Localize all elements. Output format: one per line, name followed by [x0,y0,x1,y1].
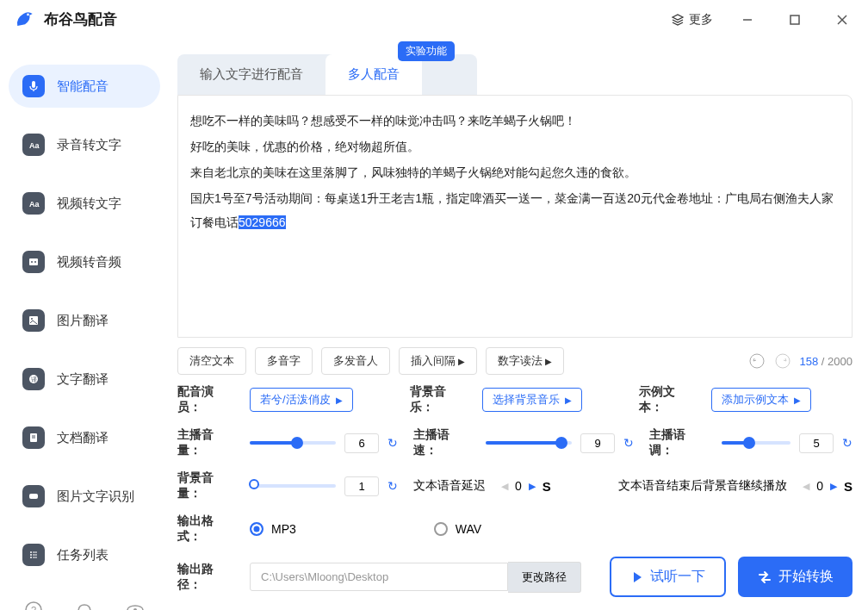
clear-text-button[interactable]: 清空文本 [177,347,246,375]
editor-toolbar: 清空文本 多音字 多发音人 插入间隔▶ 数字读法▶ 158 / 2000 [177,338,852,384]
radio-mp3[interactable]: MP3 [250,522,296,536]
multi-speaker-button[interactable]: 多发音人 [321,347,390,375]
sidebar-item-text-translate[interactable]: 译 文字翻译 [9,358,160,401]
char-counter: 158 / 2000 [800,355,852,368]
polyphone-button[interactable]: 多音字 [255,347,313,375]
host-volume-label: 主播音量： [177,427,234,458]
start-convert-button[interactable]: 开始转换 [738,557,852,597]
play-icon [630,570,644,584]
host-pitch-value[interactable]: 5 [799,433,834,453]
output-path-label: 输出路径： [177,562,234,593]
host-speed-value[interactable]: 9 [580,433,615,453]
tabs: 输入文字进行配音 多人配音 实验功能 [177,54,477,95]
svg-point-19 [30,551,32,553]
mic-icon [22,75,45,97]
radio-wav[interactable]: WAV [434,522,481,536]
bg-volume-slider[interactable] [250,484,336,488]
undo-icon[interactable] [748,352,766,370]
doc-icon [22,426,45,449]
redo-icon[interactable] [774,352,791,370]
reset-icon[interactable]: ↻ [842,436,852,450]
delay-value: 0 [515,479,522,493]
output-format-label: 输出格式： [177,514,234,545]
close-button[interactable] [829,7,855,33]
globe-icon [126,601,145,610]
sidebar-item-video-to-audio[interactable]: 视频转音频 [9,240,160,283]
minimize-button[interactable] [735,7,760,33]
tab-text-input[interactable]: 输入文字进行配音 [177,54,326,95]
bg-music-select[interactable]: 选择背景音乐▶ [482,388,582,412]
ocr-icon [22,485,45,507]
content-area: 输入文字进行配音 多人配音 实验功能 想吃不一样的美味吗？想感受不一样的味觉冲击… [169,39,868,610]
reset-icon[interactable]: ↻ [388,479,398,493]
svg-text:译: 译 [31,377,37,383]
svg-text:Aa: Aa [29,141,40,150]
svg-rect-2 [790,16,799,24]
sidebar-item-tasks[interactable]: 任务列表 [9,533,160,576]
sidebar-item-image-translate[interactable]: 图片翻译 [9,299,160,342]
experiment-badge: 实验功能 [398,41,455,61]
bg-volume-value[interactable]: 1 [344,476,379,496]
convert-icon [757,570,772,585]
more-button[interactable]: 更多 [671,12,713,28]
reset-icon[interactable]: ↻ [388,436,398,450]
svg-text:?: ? [31,605,36,610]
sidebar-item-smart-voice[interactable]: 智能配音 [9,65,160,108]
bg-continue-label: 文本语音结束后背景音继续播放 [618,478,787,494]
insert-gap-button[interactable]: 插入间隔▶ [399,347,477,375]
delay-prev-icon[interactable]: ◀ [501,481,508,492]
host-volume-slider[interactable] [250,441,336,445]
output-path-input[interactable]: C:\Users\Mloong\Desktop [250,563,508,591]
svg-rect-8 [29,258,38,265]
footer-support[interactable]: 在线客服 [64,601,105,610]
bg-continue-next-icon[interactable]: ▶ [830,481,837,492]
number-read-button[interactable]: 数字读法▶ [486,347,564,375]
text-editor[interactable]: 想吃不一样的美味吗？想感受不一样的味觉冲击吗？来吃羊蝎子火锅吧！ 好吃的美味，优… [177,95,852,338]
stack-icon [671,13,685,27]
sidebar-item-video-to-text[interactable]: Aa 视频转文字 [9,182,160,225]
host-volume-value[interactable]: 6 [344,433,379,453]
voice-actor-select[interactable]: 若兮/活泼俏皮▶ [250,388,353,412]
svg-point-23 [30,557,32,558]
video-text-icon: Aa [22,192,45,215]
footer-website[interactable]: 进入官网 [115,601,156,610]
svg-point-9 [31,261,33,263]
host-pitch-slider[interactable] [722,441,790,445]
question-icon: ? [24,601,43,610]
host-speed-label: 主播语速： [413,427,470,458]
svg-rect-18 [29,494,38,499]
audio-text-icon: Aa [22,134,45,156]
bg-continue-prev-icon[interactable]: ◀ [803,481,809,492]
maximize-button[interactable] [782,7,808,33]
sample-text-label: 示例文本： [639,384,696,415]
translate-icon: 译 [22,368,45,390]
selected-text: 5029666 [239,215,286,229]
title-bar: 布谷鸟配音 更多 [0,0,868,39]
list-icon [22,544,45,566]
svg-rect-5 [32,81,35,88]
delay-next-icon[interactable]: ▶ [529,481,536,492]
svg-point-0 [27,13,29,16]
sidebar-item-audio-to-text[interactable]: Aa 录音转文字 [9,123,160,166]
bg-volume-label: 背景音量： [177,470,234,501]
seconds-label: S [844,479,852,494]
sidebar-item-doc-translate[interactable]: 文档翻译 [9,416,160,459]
sidebar: 智能配音 Aa 录音转文字 Aa 视频转文字 视频转音频 图片翻译 译 文字翻译… [0,39,169,610]
preview-button[interactable]: 试听一下 [610,557,726,597]
svg-text:Aa: Aa [29,200,40,209]
host-speed-slider[interactable] [486,441,572,445]
image-icon [22,309,45,332]
host-pitch-label: 主播语调： [649,427,706,458]
headset-icon [75,601,94,610]
sample-text-select[interactable]: 添加示例文本▶ [711,388,811,412]
bird-icon [13,8,37,32]
change-path-button[interactable]: 更改路径 [508,562,581,593]
footer-faq[interactable]: ? 常见问题 [13,601,54,610]
delay-label: 文本语音延迟 [413,478,486,494]
reset-icon[interactable]: ↻ [623,436,634,450]
sidebar-item-ocr[interactable]: 图片文字识别 [9,475,160,518]
app-logo: 布谷鸟配音 [13,8,117,32]
tab-multi-voice[interactable]: 多人配音 实验功能 [326,54,422,95]
app-title: 布谷鸟配音 [44,9,117,29]
svg-point-29 [750,354,764,368]
